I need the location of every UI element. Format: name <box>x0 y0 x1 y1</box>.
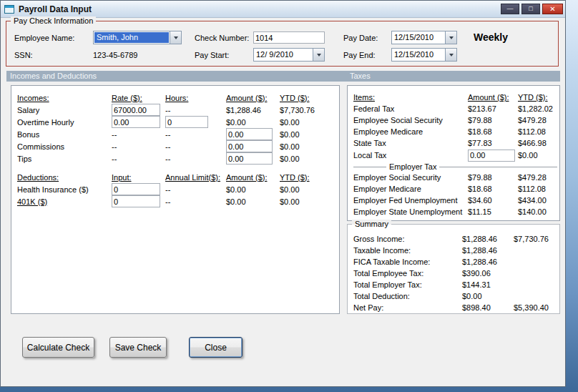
summary-row-fica: FICA Taxable Income: $1,288.46 <box>348 256 559 268</box>
overtime-hours-input[interactable] <box>165 116 208 128</box>
taxes-header-row: Items: Amount ($): YTD ($): <box>348 92 559 103</box>
tax-row-employer-fed-unemployment: Employer Fed Unemployment $34.60 $434.00 <box>348 195 559 206</box>
pay-end-picker[interactable]: 12/15/2010 <box>391 48 457 62</box>
window-title: Payroll Data Input <box>19 4 92 14</box>
health-insurance-amount-value: $0.00 <box>226 185 280 194</box>
close-button[interactable]: Close <box>189 337 243 358</box>
taxes-panel: Items: Amount ($): YTD ($): Federal Tax … <box>347 85 560 221</box>
chevron-down-icon[interactable] <box>313 49 324 61</box>
tax-row-federal: Federal Tax $213.67 $1,282.02 <box>348 103 559 114</box>
tax-row-employer-medicare: Employer Medicare $18.68 $112.08 <box>348 183 559 195</box>
total-deduction-amount: $0.00 <box>462 292 514 300</box>
row-label: Federal Tax <box>353 104 468 113</box>
row-label: Employer Medicare <box>353 185 468 193</box>
bonus-rate-value: -- <box>112 130 165 139</box>
check-number-label: Check Number: <box>195 34 249 42</box>
overtime-rate-input[interactable] <box>112 116 160 128</box>
overtime-rate-cell <box>112 116 165 128</box>
gross-income-ytd: $7,730.76 <box>514 235 559 243</box>
row-label: State Tax <box>353 139 468 147</box>
row-label: Overtime Hourly <box>17 118 112 127</box>
divider-line <box>439 167 557 167</box>
commissions-ytd-value: $0.00 <box>280 142 339 151</box>
caption-buttons: — □ ✕ <box>501 4 563 14</box>
k401-ytd-value: $0.00 <box>280 197 339 206</box>
row-label: Local Tax <box>353 151 468 160</box>
spacer <box>11 165 339 171</box>
pay-start-label: Pay Start: <box>195 51 229 59</box>
bonus-hours-value: -- <box>165 130 226 139</box>
col-header: YTD ($): <box>280 94 339 102</box>
tips-hours-value: -- <box>165 155 226 163</box>
col-header: Annual Limit($): <box>165 173 226 182</box>
calculate-check-button[interactable]: Calculate Check <box>22 337 94 358</box>
col-header: Amount ($): <box>468 93 518 102</box>
summary-row-net-pay: Net Pay: $898.40 $5,390.40 <box>348 302 559 313</box>
net-pay-ytd: $5,390.40 <box>514 303 559 312</box>
overtime-ytd-value: $0.00 <box>280 118 339 127</box>
deduction-row-401k: 401K ($) -- $0.00 $0.00 <box>11 195 339 207</box>
chevron-down-icon[interactable] <box>445 49 456 61</box>
bonus-ytd-value: $0.00 <box>280 130 339 139</box>
row-label: Total Employer Tax: <box>353 280 462 289</box>
check-number-input[interactable] <box>253 31 325 44</box>
paycheck-info-legend: Pay Check Information <box>11 16 96 26</box>
k401-input[interactable] <box>112 195 160 207</box>
taxes-section-header: Taxes <box>350 72 371 80</box>
employer-ss-amount: $79.88 <box>468 173 518 182</box>
employer-medicare-amount: $18.68 <box>468 185 518 193</box>
salary-hours-value: -- <box>165 106 226 114</box>
summary-row-deduction: Total Deduction: $0.00 <box>348 290 559 302</box>
row-label: Employer Social Security <box>353 173 468 182</box>
employer-medicare-ytd: $112.08 <box>518 185 559 193</box>
health-insurance-input[interactable] <box>112 183 160 195</box>
chevron-down-icon[interactable] <box>445 31 456 44</box>
minimize-button[interactable]: — <box>501 4 519 14</box>
pay-start-picker[interactable]: 12/ 9/2010 <box>253 48 325 62</box>
employee-medicare-ytd: $112.08 <box>518 127 559 136</box>
bonus-amount-input[interactable] <box>226 128 273 140</box>
maximize-button[interactable]: □ <box>521 4 540 14</box>
chevron-down-icon[interactable] <box>170 31 181 44</box>
incomes-deductions-panel: Incomes: Rate ($): Hours: Amount ($): YT… <box>11 85 340 314</box>
employer-tax-label: Employer Tax <box>386 162 439 171</box>
divider-line <box>353 167 386 167</box>
col-header: Deductions: <box>17 173 112 182</box>
employee-name-select[interactable]: Smith, John <box>93 31 182 44</box>
col-header: Items: <box>353 93 468 102</box>
summary-row-employer-tax: Total Employer Tax: $144.31 <box>348 279 559 290</box>
incomes-section-header: Incomes and Deductions <box>10 72 97 80</box>
close-window-button[interactable]: ✕ <box>542 4 563 14</box>
income-row-commissions: Commissions -- -- $0.00 <box>11 140 339 152</box>
total-employer-tax-amount: $144.31 <box>462 280 514 289</box>
col-header: Hours: <box>165 94 226 102</box>
tips-amount-cell <box>226 152 280 165</box>
row-label: Total Deduction: <box>353 292 462 300</box>
row-label: Health Insurance ($) <box>17 185 112 194</box>
pay-end-value: 12/15/2010 <box>392 49 445 61</box>
pay-date-picker[interactable]: 12/15/2010 <box>391 31 457 44</box>
tips-rate-value: -- <box>112 155 165 163</box>
row-label: Bonus <box>17 130 112 139</box>
row-label: Tips <box>17 155 112 163</box>
commissions-amount-input[interactable] <box>226 140 273 152</box>
save-check-button[interactable]: Save Check <box>109 337 167 358</box>
employee-name-value: Smith, John <box>94 32 169 43</box>
col-header: YTD ($): <box>518 93 559 102</box>
row-label: Employer Fed Unemployment <box>353 196 468 205</box>
tax-row-employee-ss: Employee Social Security $79.88 $479.28 <box>348 114 559 126</box>
salary-rate-input[interactable] <box>112 104 160 116</box>
row-label: Net Pay: <box>353 303 462 312</box>
fica-taxable-amount: $1,288.46 <box>462 258 514 266</box>
pay-frequency-label: Weekly <box>474 31 508 43</box>
row-label: Taxable Income: <box>353 246 462 255</box>
titlebar[interactable]: Payroll Data Input — □ ✕ <box>1 1 565 18</box>
income-row-salary: Salary -- $1,288.46 $7,730.76 <box>11 104 339 116</box>
local-tax-input[interactable] <box>468 150 515 162</box>
row-label: Employer State Unemployment <box>353 207 468 216</box>
salary-amount-value: $1,288.46 <box>226 106 280 114</box>
tips-amount-input[interactable] <box>226 152 273 165</box>
col-header: Input: <box>112 173 165 182</box>
payroll-window: Payroll Data Input — □ ✕ Pay Check Infor… <box>0 0 566 387</box>
tax-row-employer-state-unemployment: Employer State Unemployment $11.15 $140.… <box>348 206 559 217</box>
